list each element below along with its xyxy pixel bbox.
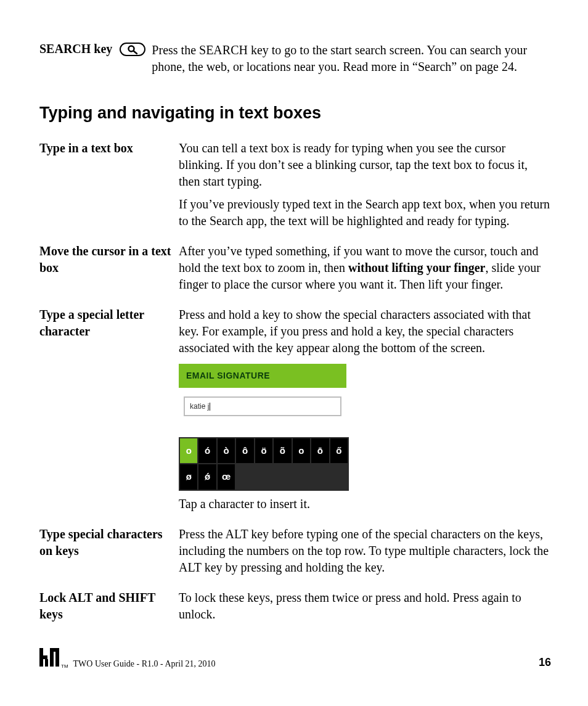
char-cell-empty (236, 464, 253, 489)
paragraph: Press the ALT key before typing one of t… (179, 526, 551, 576)
char-cell[interactable]: o (293, 438, 310, 463)
row-special-letter: Type a special letter character Press an… (39, 306, 551, 512)
row-type-in-box: Type in a text box You can tell a text b… (39, 140, 551, 229)
paragraph: You can tell a text box is ready for typ… (179, 140, 551, 190)
row-label: Move the cursor in a text box (39, 243, 179, 276)
char-cell[interactable]: ǿ (198, 464, 216, 489)
document-page: SEARCH key Press the SEARCH key to go to… (0, 0, 588, 706)
footer-text: TWO User Guide - R1.0 - April 21, 2010 (73, 659, 216, 669)
char-cell[interactable]: ø (180, 464, 197, 489)
row-special-keys: Type special characters on keys Press th… (39, 526, 551, 576)
paragraph: To lock these keys, press them twice or … (179, 589, 551, 623)
paragraph: After you’ve typed something, if you wan… (179, 243, 551, 293)
char-cell[interactable]: ö (255, 438, 272, 463)
svg-rect-3 (39, 655, 47, 659)
row-body: Press the ALT key before typing one of t… (179, 526, 551, 576)
page-footer: TM TWO User Guide - R1.0 - April 21, 201… (39, 648, 551, 669)
char-cell-selected[interactable]: o (180, 438, 197, 463)
row-label: Lock ALT and SHIFT keys (39, 589, 179, 623)
input-value: katie j (190, 402, 209, 411)
char-cell[interactable]: ő (330, 438, 348, 463)
bold-text: without lifting your finger (348, 261, 485, 274)
search-icon (120, 43, 145, 59)
section-heading: Typing and navigating in text boxes (39, 104, 551, 123)
search-key-description: Press the SEARCH key to go to the start … (145, 42, 551, 75)
special-char-grid: o ó ò ô ö õ o ō ő ø ǿ œ (179, 437, 349, 491)
char-cell-empty (274, 464, 291, 489)
text-cursor-icon (210, 403, 210, 411)
figure-caption: Tap a character to insert it. (179, 496, 551, 512)
svg-rect-4 (45, 659, 48, 667)
search-key-label: SEARCH key (39, 42, 116, 55)
row-label: Type a special letter character (39, 306, 179, 340)
row-lock-keys: Lock ALT and SHIFT keys To lock these ke… (39, 589, 551, 623)
char-cell-empty (293, 464, 310, 489)
char-cell[interactable]: ò (218, 438, 235, 463)
figure-header: EMAIL SIGNATURE (179, 364, 346, 388)
figure-text-input[interactable]: katie j (184, 396, 341, 416)
row-body: You can tell a text box is ready for typ… (179, 140, 551, 229)
footer-left: TM TWO User Guide - R1.0 - April 21, 201… (39, 648, 216, 669)
page-number: 16 (539, 656, 551, 669)
char-cell[interactable]: ō (311, 438, 329, 463)
row-move-cursor: Move the cursor in a text box After you’… (39, 243, 551, 293)
svg-rect-7 (50, 648, 59, 652)
figure-input-wrap: katie j (179, 388, 346, 422)
row-label: Type special characters on keys (39, 526, 179, 559)
char-cell-empty (330, 464, 348, 489)
row-body: To lock these keys, press them twice or … (179, 589, 551, 623)
paragraph: Press and hold a key to show the special… (179, 306, 551, 356)
char-cell[interactable]: õ (274, 438, 291, 463)
email-signature-figure: EMAIL SIGNATURE katie j (179, 364, 346, 422)
char-cell[interactable]: ó (198, 438, 216, 463)
trademark-symbol: TM (61, 663, 68, 669)
search-key-label-wrap: SEARCH key (39, 42, 145, 59)
paragraph: If you’ve previously typed text in the S… (179, 196, 551, 229)
char-cell[interactable]: œ (218, 464, 235, 489)
search-key-row: SEARCH key Press the SEARCH key to go to… (39, 42, 551, 75)
row-body: After you’ve typed something, if you wan… (179, 243, 551, 293)
row-body: Press and hold a key to show the special… (179, 306, 551, 512)
char-cell[interactable]: ô (236, 438, 253, 463)
row-label: Type in a text box (39, 140, 179, 157)
kin-logo (39, 648, 60, 669)
char-cell-empty (255, 464, 272, 489)
char-cell-empty (311, 464, 329, 489)
